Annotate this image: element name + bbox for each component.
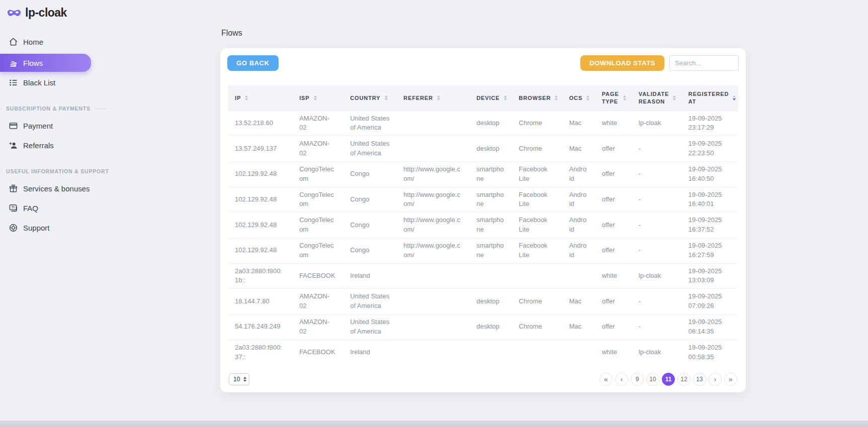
page-title: Flows xyxy=(221,29,746,38)
column-header-device[interactable]: DEVICE xyxy=(469,85,511,111)
column-header-referer[interactable]: REFERER xyxy=(396,85,469,111)
sort-icon[interactable] xyxy=(385,95,388,100)
cell-device: desktop xyxy=(469,136,511,162)
cell-registered_at: 19-09-2025 22:23:50 xyxy=(681,136,738,162)
cell-isp: AMAZON-02 xyxy=(292,111,343,136)
pagination-page-10[interactable]: 10 xyxy=(646,373,659,386)
svg-text:?!: ?! xyxy=(11,205,15,209)
pagination-last-button[interactable]: » xyxy=(724,373,737,386)
sort-icon[interactable] xyxy=(504,95,507,100)
cell-ip: 13.57.249.137 xyxy=(228,136,292,162)
sort-icon[interactable] xyxy=(314,95,317,100)
cell-page_type: offer xyxy=(595,187,632,212)
page-size-value: 10 xyxy=(233,376,240,383)
pagination-prev-button[interactable]: ‹ xyxy=(615,373,628,386)
column-label: VALIDATE REASON xyxy=(639,90,669,105)
cell-ip: 2a03:2880:f800:37:: xyxy=(228,340,292,365)
sidebar-item-services-bonuses[interactable]: Services & bonuses xyxy=(0,179,101,197)
pagination-page-13[interactable]: 13 xyxy=(693,373,706,386)
table-row: 13.57.249.137AMAZON-02United States of A… xyxy=(228,136,738,162)
cell-ip: 102.129.92.48 xyxy=(228,187,292,212)
cell-ip: 102.129.92.48 xyxy=(228,212,292,238)
table-row: 2a03:2880:f800:1b::FACEBOOKIrelandwhitel… xyxy=(228,263,738,289)
cell-referer: http://www.google.com/ xyxy=(396,238,469,263)
cell-device: smartphone xyxy=(469,161,511,187)
blacklist-icon xyxy=(8,77,18,87)
column-header-validate-reason[interactable]: VALIDATE REASON xyxy=(632,85,681,111)
pagination: «‹910111213›» xyxy=(599,373,737,386)
sidebar-item-payment[interactable]: Payment xyxy=(0,117,101,135)
cell-isp: AMAZON-02 xyxy=(292,289,343,314)
table-row: 18.144.7.80AMAZON-02United States of Ame… xyxy=(228,289,738,314)
pagination-next-button[interactable]: › xyxy=(709,373,722,386)
cell-ocs: Mac xyxy=(562,111,595,136)
cell-registered_at: 19-09-2025 16:40:50 xyxy=(681,161,738,187)
cell-page_type: offer xyxy=(595,212,632,238)
cell-registered_at: 19-09-2025 16:27:59 xyxy=(681,238,738,263)
column-header-isp[interactable]: ISP xyxy=(292,85,343,111)
cell-registered_at: 19-09-2025 00:58:35 xyxy=(681,340,738,365)
cell-page_type: white xyxy=(595,263,632,289)
column-header-browser[interactable]: BROWSER xyxy=(512,85,562,111)
flows-table: IPISPCOUNTRYREFERERDEVICEBROWSEROCSPAGE … xyxy=(228,85,738,365)
cell-isp: AMAZON-02 xyxy=(292,136,343,162)
cell-browser: Chrome xyxy=(512,314,562,340)
sidebar-item-label: Black List xyxy=(23,78,55,87)
go-back-button[interactable]: GO BACK xyxy=(227,55,279,71)
cell-isp: CongoTelecom xyxy=(292,187,343,212)
cell-isp: AMAZON-02 xyxy=(292,314,343,340)
cell-referer xyxy=(396,314,469,340)
column-header-ip[interactable]: IP xyxy=(228,85,292,111)
pagination-page-12[interactable]: 12 xyxy=(677,373,690,386)
cell-isp: CongoTelecom xyxy=(292,161,343,187)
column-label: REFERER xyxy=(403,94,433,101)
cell-page_type: offer xyxy=(595,289,632,314)
sidebar-item-faq[interactable]: ?!FAQ xyxy=(0,199,101,217)
cell-ocs: Mac xyxy=(562,289,595,314)
column-header-country[interactable]: COUNTRY xyxy=(343,85,396,111)
cell-country: United States of America xyxy=(343,289,396,314)
cell-validate_reason: - xyxy=(632,238,681,263)
cell-ocs: Mac xyxy=(562,314,595,340)
sidebar-item-support[interactable]: Support xyxy=(0,219,101,237)
sidebar-item-home[interactable]: Home xyxy=(0,33,101,51)
sidebar-item-referrals[interactable]: Referrals xyxy=(0,136,101,154)
column-label: OCS xyxy=(569,94,583,101)
sort-icon[interactable] xyxy=(733,95,736,100)
cell-validate_reason: - xyxy=(632,212,681,238)
sort-icon[interactable] xyxy=(623,95,626,100)
sidebar-item-black-list[interactable]: Black List xyxy=(0,73,101,91)
sidebar-item-flows[interactable]: Flows xyxy=(0,54,91,72)
pagination-page-9[interactable]: 9 xyxy=(631,373,644,386)
page-size-select[interactable]: 10 xyxy=(229,373,249,385)
sort-icon[interactable] xyxy=(586,95,589,100)
pagination-page-11[interactable]: 11 xyxy=(662,373,675,386)
download-stats-button[interactable]: DOWNLOAD STATS xyxy=(580,55,664,71)
pagination-first-button[interactable]: « xyxy=(599,373,613,386)
main-content: VIP Flows GO B xyxy=(220,0,746,392)
bottom-scroll-strip[interactable] xyxy=(0,420,868,427)
column-header-registered-at[interactable]: REGISTERED AT xyxy=(681,85,738,111)
cell-country: Ireland xyxy=(343,263,396,289)
cell-browser: Chrome xyxy=(512,289,562,314)
column-header-ocs[interactable]: OCS xyxy=(562,85,595,111)
table-row: 102.129.92.48CongoTelecomCongohttp://www… xyxy=(228,212,738,238)
column-label: DEVICE xyxy=(476,94,499,101)
cell-device: smartphone xyxy=(469,212,511,238)
cell-ocs: Mac xyxy=(562,136,595,162)
sort-icon[interactable] xyxy=(245,95,248,100)
sort-icon[interactable] xyxy=(673,95,676,100)
brand-logo[interactable]: lp-cloak xyxy=(0,0,101,20)
sidebar-item-label: Support xyxy=(23,224,50,232)
cell-validate_reason: lp-cloak xyxy=(632,263,681,289)
sidebar-item-label: Referrals xyxy=(23,141,54,150)
cell-browser: Chrome xyxy=(512,111,562,136)
cell-page_type: offer xyxy=(595,161,632,187)
cell-validate_reason: lp-cloak xyxy=(632,340,681,365)
sort-icon[interactable] xyxy=(555,95,558,100)
cell-ip: 13.52.218.60 xyxy=(228,111,292,136)
search-input[interactable] xyxy=(669,55,739,71)
sort-icon[interactable] xyxy=(437,95,440,100)
brand-name: lp-cloak xyxy=(25,6,67,20)
column-header-page-type[interactable]: PAGE TYPE xyxy=(595,85,632,111)
